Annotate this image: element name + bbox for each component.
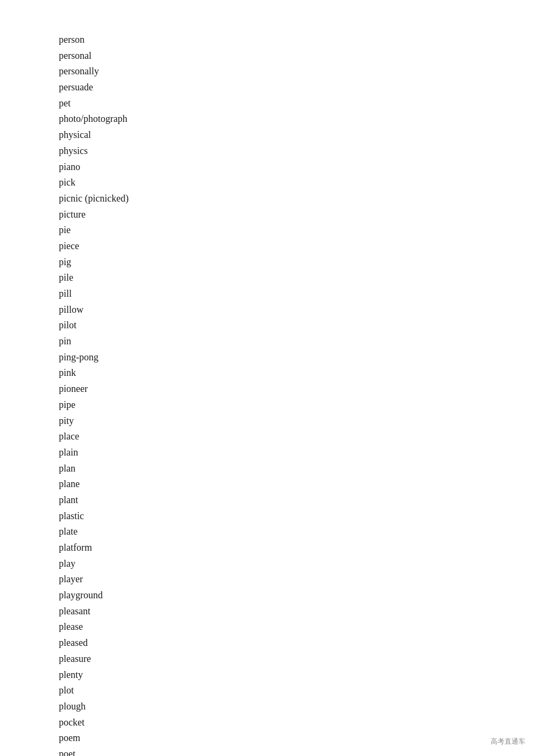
list-item: please	[59, 619, 535, 635]
list-item: pleasant	[59, 604, 535, 620]
list-item: pick	[59, 175, 535, 191]
word-list: personpersonalpersonallypersuadepetphoto…	[0, 0, 535, 756]
list-item: person	[59, 32, 535, 48]
list-item: pilot	[59, 318, 535, 334]
list-item: platform	[59, 540, 535, 556]
list-item: pile	[59, 270, 535, 286]
list-item: pet	[59, 96, 535, 112]
list-item: pity	[59, 413, 535, 429]
list-item: playground	[59, 588, 535, 604]
list-item: plain	[59, 445, 535, 461]
list-item: place	[59, 429, 535, 445]
list-item: plough	[59, 699, 535, 715]
list-item: pipe	[59, 397, 535, 413]
list-item: picnic (picnicked)	[59, 191, 535, 207]
list-item: plot	[59, 683, 535, 699]
list-item: poet	[59, 746, 535, 756]
list-item: pillow	[59, 302, 535, 318]
list-item: ping-pong	[59, 350, 535, 366]
list-item: personal	[59, 48, 535, 64]
list-item: pioneer	[59, 381, 535, 397]
list-item: plastic	[59, 508, 535, 524]
list-item: pocket	[59, 715, 535, 731]
list-item: player	[59, 572, 535, 588]
list-item: pig	[59, 254, 535, 271]
list-item: piano	[59, 159, 535, 175]
list-item: plant	[59, 492, 535, 508]
list-item: personally	[59, 64, 535, 80]
list-item: pink	[59, 365, 535, 381]
list-item: plan	[59, 461, 535, 477]
list-item: photo/photograph	[59, 111, 535, 127]
list-item: pleasure	[59, 651, 535, 667]
list-item: physics	[59, 143, 535, 159]
list-item: play	[59, 556, 535, 572]
list-item: plane	[59, 476, 535, 492]
list-item: pleased	[59, 635, 535, 651]
list-item: pill	[59, 286, 535, 302]
list-item: poem	[59, 730, 535, 746]
list-item: picture	[59, 207, 535, 223]
list-item: persuade	[59, 80, 535, 96]
list-item: piece	[59, 238, 535, 254]
list-item: pie	[59, 222, 535, 238]
list-item: pin	[59, 334, 535, 350]
list-item: physical	[59, 127, 535, 143]
list-item: plenty	[59, 667, 535, 683]
list-item: plate	[59, 524, 535, 540]
watermark: 高考直通车	[491, 737, 525, 746]
